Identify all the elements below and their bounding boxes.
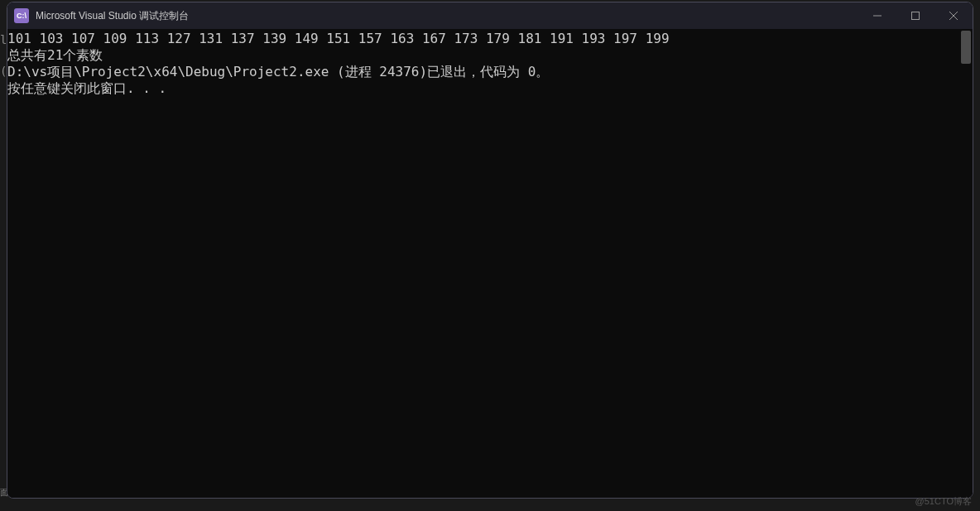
maximize-icon	[911, 12, 920, 20]
console-body[interactable]: 101 103 107 109 113 127 131 137 139 149 …	[7, 29, 973, 498]
window-title: Microsoft Visual Studio 调试控制台	[36, 9, 858, 23]
svg-rect-1	[912, 12, 920, 20]
close-button[interactable]	[934, 2, 973, 29]
minimize-button[interactable]	[858, 2, 896, 29]
app-icon: C:\	[14, 8, 29, 23]
minimize-icon	[873, 12, 882, 20]
maximize-button[interactable]	[896, 2, 934, 29]
watermark-text: @51CTO博客	[915, 495, 972, 508]
console-window: C:\ Microsoft Visual Studio 调试控制台 101 10…	[7, 2, 973, 499]
console-output: 101 103 107 109 113 127 131 137 139 149 …	[7, 29, 973, 99]
titlebar[interactable]: C:\ Microsoft Visual Studio 调试控制台	[7, 2, 973, 29]
scrollbar-thumb[interactable]	[961, 31, 971, 64]
vertical-scrollbar[interactable]	[959, 29, 973, 498]
window-controls	[858, 2, 973, 29]
close-icon	[949, 12, 958, 20]
